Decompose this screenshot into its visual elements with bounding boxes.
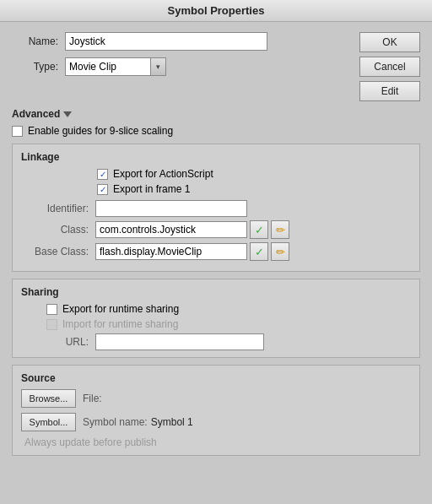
class-check-icon: ✓ [255, 224, 264, 236]
export-runtime-row: Export for runtime sharing [21, 303, 411, 315]
symbol-button[interactable]: Symbol... [21, 413, 76, 431]
base-class-row: Base Class: ✓ ✏ [21, 242, 411, 261]
url-input[interactable] [95, 333, 264, 350]
base-class-input[interactable] [95, 243, 247, 260]
base-class-pencil-icon: ✏ [276, 246, 285, 258]
identifier-input[interactable] [95, 200, 247, 217]
base-class-check-button[interactable]: ✓ [250, 242, 268, 261]
advanced-expand-icon [63, 111, 72, 117]
identifier-label: Identifier: [21, 203, 89, 214]
linkage-section: Linkage Export for ActionScript Export i… [12, 144, 420, 272]
cancel-button[interactable]: Cancel [359, 57, 420, 77]
type-select[interactable]: Movie Clip Button Graphic [66, 58, 150, 75]
linkage-title: Linkage [21, 151, 411, 163]
class-label: Class: [21, 224, 89, 236]
always-update-row: Always update before publish [21, 436, 411, 448]
symbol-name-value: Symbol 1 [151, 416, 193, 428]
class-edit-button[interactable]: ✏ [271, 220, 289, 239]
source-title: Source [21, 372, 411, 384]
dialog-body: Name: Type: Movie Clip Button Graphic ▾ … [0, 22, 432, 502]
name-label: Name: [12, 35, 58, 47]
title-bar: Symbol Properties [0, 0, 432, 22]
edit-button[interactable]: Edit [359, 81, 420, 101]
advanced-row[interactable]: Advanced [12, 108, 420, 120]
type-label: Type: [12, 61, 58, 73]
export-frame1-row: Export in frame 1 [21, 183, 411, 195]
form-left: Name: Type: Movie Clip Button Graphic ▾ [12, 32, 348, 83]
export-frame1-label: Export in frame 1 [113, 183, 190, 195]
slice-scaling-row: Enable guides for 9-slice scaling [12, 125, 420, 137]
name-row: Name: [12, 32, 348, 51]
url-row: URL: [21, 333, 411, 350]
base-class-edit-button[interactable]: ✏ [271, 242, 289, 261]
class-input[interactable] [95, 221, 247, 238]
import-runtime-label: Import for runtime sharing [62, 318, 178, 330]
always-update-label: Always update before publish [24, 436, 157, 448]
class-pencil-icon: ✏ [276, 224, 285, 236]
import-runtime-row: Import for runtime sharing [21, 318, 411, 330]
export-actionscript-label: Export for ActionScript [113, 168, 213, 180]
sharing-section: Sharing Export for runtime sharing Impor… [12, 279, 420, 358]
base-class-check-icon: ✓ [255, 246, 264, 258]
export-runtime-checkbox[interactable] [46, 304, 57, 315]
type-select-wrapper[interactable]: Movie Clip Button Graphic ▾ [65, 57, 166, 76]
export-runtime-label: Export for runtime sharing [62, 303, 179, 315]
file-label: File: [83, 393, 102, 404]
symbol-row: Symbol... Symbol name: Symbol 1 [21, 413, 411, 431]
identifier-row: Identifier: [21, 200, 411, 217]
title-text: Symbol Properties [168, 4, 265, 17]
source-section: Source Browse... File: Symbol... Symbol … [12, 365, 420, 456]
browse-row: Browse... File: [21, 389, 411, 408]
advanced-label: Advanced [12, 108, 60, 120]
ok-button[interactable]: OK [359, 32, 420, 52]
class-check-button[interactable]: ✓ [250, 220, 268, 239]
top-section: Name: Type: Movie Clip Button Graphic ▾ … [12, 32, 420, 101]
type-row: Type: Movie Clip Button Graphic ▾ [12, 57, 348, 76]
name-input[interactable] [65, 32, 267, 51]
symbol-name-label: Symbol name: [83, 416, 148, 428]
browse-button[interactable]: Browse... [21, 389, 76, 408]
url-label: URL: [21, 336, 89, 348]
export-frame1-checkbox[interactable] [97, 184, 108, 195]
slice-scaling-label: Enable guides for 9-slice scaling [28, 125, 173, 137]
class-row: Class: ✓ ✏ [21, 220, 411, 239]
buttons-right: OK Cancel Edit [359, 32, 420, 101]
export-actionscript-checkbox[interactable] [97, 169, 108, 180]
dropdown-arrow-icon: ▾ [150, 58, 165, 75]
sharing-title: Sharing [21, 286, 411, 298]
import-runtime-checkbox[interactable] [46, 319, 57, 330]
base-class-label: Base Class: [21, 246, 89, 257]
export-actionscript-row: Export for ActionScript [21, 168, 411, 180]
slice-scaling-checkbox[interactable] [12, 126, 23, 137]
